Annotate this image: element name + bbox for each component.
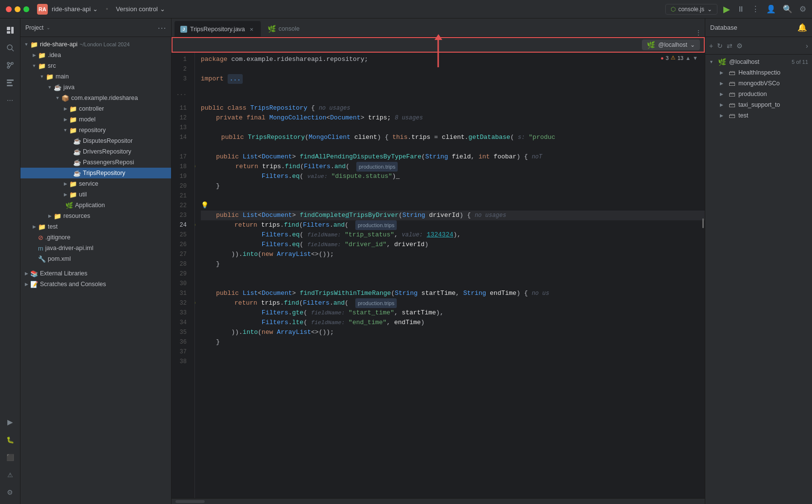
console-dot: ⬡ bbox=[671, 6, 676, 13]
horizontal-scrollbar[interactable] bbox=[172, 498, 705, 504]
model-label: model bbox=[79, 116, 96, 123]
sidebar-search-icon[interactable] bbox=[2, 40, 18, 56]
db-refresh-icon[interactable]: ↻ bbox=[717, 42, 723, 50]
tree-item-disputes-repo[interactable]: ☕ DisputesRepositor bbox=[20, 136, 171, 146]
tree-item-passengers-repo[interactable]: ☕ PassengersReposi bbox=[20, 157, 171, 168]
code-line-gap bbox=[201, 84, 705, 103]
collapse-arrow[interactable]: ▼ bbox=[693, 55, 698, 61]
db-item-health[interactable]: ▶ 🗃 HealthInspectio bbox=[705, 67, 812, 78]
db-item-localhost[interactable]: ▼ 🌿 @localhost 5 of 11 bbox=[705, 57, 812, 67]
tree-item-controller[interactable]: ▶ 📁 controller bbox=[20, 103, 171, 114]
tree-item-scratches[interactable]: ▶ 📝 Scratches and Consoles bbox=[20, 279, 171, 290]
tree-item-root[interactable]: ▼ 📁 ride-share-api ~/London Local 2024 bbox=[20, 39, 171, 50]
project-name[interactable]: ride-share-api ⌄ bbox=[52, 5, 98, 13]
database-panel-header: Database 🔔 bbox=[705, 19, 812, 37]
util-label: util bbox=[79, 191, 87, 198]
minimize-button[interactable] bbox=[15, 6, 20, 12]
version-control[interactable]: Version control ⌄ bbox=[116, 5, 165, 13]
connection-selector[interactable]: 🌿 @localhost ⌄ bbox=[642, 39, 700, 50]
code-line-14: @ public TripsRepository(MongoClient cli… bbox=[201, 133, 705, 142]
database-title: Database bbox=[710, 24, 737, 31]
tab-bar-more[interactable]: ⋮ bbox=[695, 29, 702, 37]
tree-item-external-libs[interactable]: ▶ 📚 External Libraries bbox=[20, 268, 171, 279]
sidebar-project-icon[interactable] bbox=[2, 22, 18, 38]
code-line-30 bbox=[201, 269, 705, 279]
db-sync-icon[interactable]: ⇄ bbox=[727, 42, 733, 50]
panel-more-button[interactable]: ⋯ bbox=[157, 22, 166, 33]
passengers-java-icon: ☕ bbox=[73, 159, 81, 166]
tree-item-iml[interactable]: m java-driver-api.iml bbox=[20, 243, 171, 253]
notification-icon[interactable]: 🔔 bbox=[797, 23, 807, 32]
tree-item-trips-repo[interactable]: ☕ TripsRepository bbox=[20, 168, 171, 178]
tree-item-idea[interactable]: ▶ 📁 .idea bbox=[20, 50, 171, 60]
tree-item-test[interactable]: ▶ 📁 test bbox=[20, 221, 171, 232]
sidebar-debug-icon[interactable]: 🐛 bbox=[2, 432, 18, 447]
db-add-icon[interactable]: + bbox=[709, 42, 713, 50]
pom-xml-icon: 🔧 bbox=[38, 255, 46, 263]
vc-chevron: ⌄ bbox=[160, 5, 165, 13]
trips-label: TripsRepository bbox=[83, 170, 125, 176]
expand-arrow[interactable]: ▲ bbox=[685, 55, 691, 61]
scrollbar-thumb[interactable] bbox=[702, 218, 704, 228]
tree-item-repository[interactable]: ▼ 📁 repository bbox=[20, 125, 171, 136]
tree-item-src[interactable]: ▼ 📁 src bbox=[20, 60, 171, 71]
tree-item-java[interactable]: ▼ ☕ java bbox=[20, 82, 171, 93]
sidebar-structure-icon[interactable] bbox=[2, 75, 18, 91]
taxi-db-icon: 🗃 bbox=[729, 101, 735, 109]
tree-item-gitignore[interactable]: ⊘ .gitignore bbox=[20, 232, 171, 243]
run-icon[interactable]: ▶ bbox=[723, 4, 730, 15]
traffic-lights bbox=[6, 6, 29, 12]
tab-console[interactable]: 🌿 console bbox=[262, 21, 306, 37]
search-titlebar-icon[interactable]: 🔍 bbox=[783, 4, 793, 14]
tree-item-application[interactable]: 🌿 Application bbox=[20, 200, 171, 211]
close-button[interactable] bbox=[6, 6, 12, 12]
db-item-production[interactable]: ▶ 🗃 production bbox=[705, 89, 812, 99]
drivers-label: DriversRepository bbox=[83, 148, 131, 155]
tree-item-main[interactable]: ▼ 📁 main bbox=[20, 71, 171, 82]
tab-close-trips[interactable]: ✕ bbox=[248, 26, 255, 33]
more-titlebar-icon[interactable]: ⋮ bbox=[752, 4, 759, 14]
code-line-13 bbox=[201, 123, 705, 133]
taxi-arrow: ▶ bbox=[720, 102, 726, 107]
db-item-mongo-vsc[interactable]: ▶ 🗃 mongodbVSCo bbox=[705, 78, 812, 89]
pause-icon[interactable]: ⏸ bbox=[737, 5, 745, 14]
h-scrollbar-thumb[interactable] bbox=[175, 500, 205, 503]
sidebar-git-icon[interactable] bbox=[2, 58, 18, 73]
tree-item-service[interactable]: ▶ 📁 service bbox=[20, 178, 171, 189]
db-item-test[interactable]: ▶ 🗃 test bbox=[705, 110, 812, 121]
svg-line-10 bbox=[9, 64, 11, 67]
sidebar-problems-icon[interactable]: ⚠ bbox=[2, 467, 18, 483]
code-editor[interactable]: 1 2 3 ... 11 12 13 14 17 18 19 20 21 22 … bbox=[172, 53, 705, 498]
console-selector[interactable]: ⬡ console.js ⌄ bbox=[665, 4, 717, 15]
tree-item-model[interactable]: ▶ 📁 model bbox=[20, 114, 171, 125]
db-more-icon[interactable]: › bbox=[806, 42, 808, 50]
tree-item-util[interactable]: ▶ 📁 util bbox=[20, 189, 171, 200]
code-content[interactable]: package com.example.rideshareapi.reposit… bbox=[195, 53, 705, 498]
tree-item-pom[interactable]: 🔧 pom.xml bbox=[20, 253, 171, 264]
health-label: HealthInspectio bbox=[738, 69, 780, 76]
src-folder-icon: 📁 bbox=[38, 62, 46, 70]
db-settings-icon[interactable]: ⚙ bbox=[736, 42, 743, 50]
sidebar-terminal-icon[interactable]: ⬛ bbox=[2, 449, 18, 465]
sidebar-run-icon[interactable]: ▶ bbox=[2, 414, 18, 430]
maximize-button[interactable] bbox=[23, 6, 29, 12]
code-line-20: Filters.eq( value: "dispute.status")_ bbox=[201, 172, 705, 181]
tree-item-drivers-repo[interactable]: ☕ DriversRepository bbox=[20, 146, 171, 157]
tree-item-resources[interactable]: ▶ 📁 resources bbox=[20, 211, 171, 221]
titlebar: RA ride-share-api ⌄ • Version control ⌄ … bbox=[0, 0, 812, 19]
settings-titlebar-icon[interactable]: ⚙ bbox=[799, 4, 806, 14]
application-label: Application bbox=[75, 202, 105, 209]
error-count: 3 bbox=[666, 55, 669, 61]
localhost-arrow: ▼ bbox=[709, 59, 715, 64]
db-item-taxi[interactable]: ▶ 🗃 taxi_support_to bbox=[705, 99, 812, 110]
root-path: ~/London Local 2024 bbox=[79, 41, 130, 47]
svg-rect-1 bbox=[7, 31, 10, 34]
src-arrow: ▼ bbox=[30, 63, 38, 68]
sidebar-more-icon[interactable]: ··· bbox=[2, 93, 18, 108]
tab-trips-repository[interactable]: J TripsRepository.java ✕ bbox=[174, 21, 261, 37]
sidebar-settings-icon[interactable]: ⚙ bbox=[2, 485, 18, 500]
tree-item-package[interactable]: ▼ 📦 com.example.ridesharea bbox=[20, 93, 171, 103]
panel-title: Project bbox=[25, 24, 43, 31]
account-icon[interactable]: 👤 bbox=[766, 4, 776, 14]
resources-label: resources bbox=[63, 213, 90, 219]
